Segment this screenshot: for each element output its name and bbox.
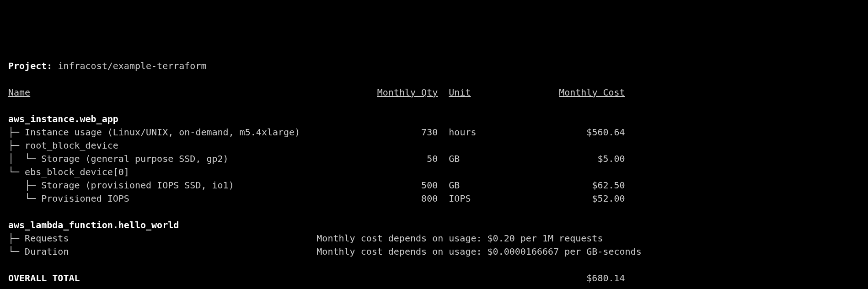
line-qty: 800	[338, 193, 438, 204]
line-cost	[493, 166, 625, 177]
line-cost: $5.00	[493, 153, 625, 164]
overall-total: OVERALL TOTAL $680.14	[8, 272, 860, 285]
header-name: Name	[8, 87, 30, 98]
cost-line: ├─ Storage (provisioned IOPS SSD, io1) 5…	[8, 179, 860, 192]
usage-note: Monthly cost depends on usage: $0.000016…	[316, 246, 641, 257]
line-cost: $560.64	[493, 127, 625, 138]
cost-line-usage: └─ Duration Monthly cost depends on usag…	[8, 245, 860, 258]
line-unit	[449, 166, 493, 177]
resource-name: aws_lambda_function.hello_world	[8, 219, 860, 232]
line-qty	[338, 140, 438, 151]
cost-line: └─ ebs_block_device[0]	[8, 166, 860, 179]
resource-name: aws_instance.web_app	[8, 112, 860, 126]
header-row: Name Monthly Qty Unit Monthly Cost	[8, 86, 860, 99]
cost-line: ├─ Instance usage (Linux/UNIX, on-demand…	[8, 126, 860, 139]
line-label: ├─ root_block_device	[8, 140, 338, 151]
project-label: Project:	[8, 60, 52, 71]
line-label: ├─ Storage (provisioned IOPS SSD, io1)	[8, 180, 338, 191]
line-qty	[338, 166, 438, 177]
line-cost: $52.00	[493, 193, 625, 204]
line-label: └─ Provisioned IOPS	[8, 193, 338, 204]
line-unit: IOPS	[449, 193, 493, 204]
total-label: OVERALL TOTAL	[8, 273, 586, 284]
blank-line	[8, 73, 860, 86]
cost-line: │ └─ Storage (general purpose SSD, gp2) …	[8, 152, 860, 166]
line-label: └─ ebs_block_device[0]	[8, 166, 338, 177]
usage-note: Monthly cost depends on usage: $0.20 per…	[316, 233, 603, 244]
cost-line-usage: ├─ Requests Monthly cost depends on usag…	[8, 232, 860, 245]
blank-line	[8, 99, 860, 112]
blank-line	[8, 205, 860, 219]
header-qty: Monthly Qty	[377, 87, 438, 98]
cost-line: └─ Provisioned IOPS 800 IOPS $52.00	[8, 192, 860, 205]
cost-line: ├─ root_block_device	[8, 139, 860, 152]
line-cost: $62.50	[493, 180, 625, 191]
header-unit: Unit	[449, 87, 471, 98]
line-label: ├─ Instance usage (Linux/UNIX, on-demand…	[8, 127, 338, 138]
blank-line	[8, 258, 860, 272]
line-unit	[449, 140, 493, 151]
total-cost: $680.14	[586, 273, 625, 284]
line-cost	[493, 140, 625, 151]
line-unit: GB	[449, 153, 493, 164]
line-qty: 730	[338, 127, 438, 138]
line-qty: 50	[338, 153, 438, 164]
line-unit: hours	[449, 127, 493, 138]
project-name: infracost/example-terraform	[58, 60, 206, 71]
line-qty: 500	[338, 180, 438, 191]
project-line: Project: infracost/example-terraform	[8, 59, 860, 73]
line-label: │ └─ Storage (general purpose SSD, gp2)	[8, 153, 338, 164]
line-unit: GB	[449, 180, 493, 191]
header-cost: Monthly Cost	[559, 87, 625, 98]
